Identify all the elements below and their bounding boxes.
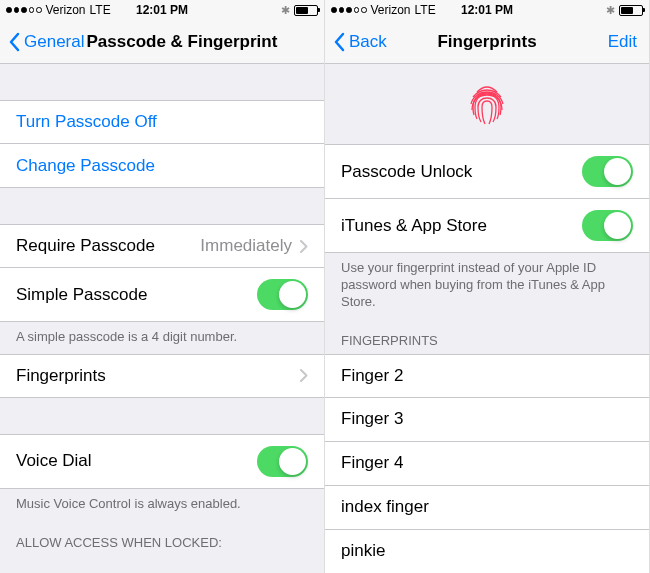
fingerprints-label: Fingerprints bbox=[16, 366, 106, 386]
fingerprint-name: Finger 2 bbox=[341, 366, 403, 386]
chevron-left-icon bbox=[333, 32, 345, 52]
voice-dial-label: Voice Dial bbox=[16, 451, 92, 471]
battery-icon bbox=[294, 5, 318, 16]
carrier-label: Verizon bbox=[46, 3, 86, 17]
nav-title: Passcode & Fingerprint bbox=[86, 32, 277, 52]
chevron-right-icon bbox=[300, 240, 308, 253]
voice-dial-toggle[interactable] bbox=[257, 446, 308, 477]
passcode-settings-screen: Verizon LTE 12:01 PM ✱ General Passcode … bbox=[0, 0, 325, 573]
voice-dial-footer: Music Voice Control is always enabled. bbox=[0, 489, 324, 521]
back-label: General bbox=[24, 32, 84, 52]
fingerprints-screen: Verizon LTE 12:01 PM ✱ Back Fingerprints… bbox=[325, 0, 650, 573]
back-label: Back bbox=[349, 32, 387, 52]
fingerprint-name: index finger bbox=[341, 497, 429, 517]
edit-button[interactable]: Edit bbox=[608, 32, 637, 52]
simple-passcode-label: Simple Passcode bbox=[16, 285, 147, 305]
turn-passcode-off-label: Turn Passcode Off bbox=[16, 112, 157, 132]
signal-strength-icon bbox=[331, 7, 367, 13]
fingerprint-name: Finger 3 bbox=[341, 409, 403, 429]
battery-icon bbox=[619, 5, 643, 16]
itunes-store-toggle[interactable] bbox=[582, 210, 633, 241]
passcode-unlock-cell: Passcode Unlock bbox=[325, 144, 649, 199]
simple-passcode-toggle[interactable] bbox=[257, 279, 308, 310]
bluetooth-icon: ✱ bbox=[281, 4, 290, 17]
fingerprints-cell[interactable]: Fingerprints bbox=[0, 354, 324, 398]
back-button[interactable]: General bbox=[8, 32, 84, 52]
status-bar: Verizon LTE 12:01 PM ✱ bbox=[325, 0, 649, 20]
settings-content: Turn Passcode Off Change Passcode Requir… bbox=[0, 64, 324, 556]
turn-passcode-off-cell[interactable]: Turn Passcode Off bbox=[0, 100, 324, 144]
signal-strength-icon bbox=[6, 7, 42, 13]
chevron-right-icon bbox=[300, 369, 308, 382]
back-button[interactable]: Back bbox=[333, 32, 387, 52]
change-passcode-label: Change Passcode bbox=[16, 156, 155, 176]
nav-bar: General Passcode & Fingerprint bbox=[0, 20, 324, 64]
allow-access-header: ALLOW ACCESS WHEN LOCKED: bbox=[0, 521, 324, 556]
fingerprint-item[interactable]: Finger 2 bbox=[325, 354, 649, 398]
require-passcode-label: Require Passcode bbox=[16, 236, 155, 256]
fingerprint-hero bbox=[325, 64, 649, 144]
require-passcode-cell[interactable]: Require Passcode Immediately bbox=[0, 224, 324, 268]
nav-bar: Back Fingerprints Edit bbox=[325, 20, 649, 64]
clock-label: 12:01 PM bbox=[461, 3, 513, 17]
change-passcode-cell[interactable]: Change Passcode bbox=[0, 144, 324, 188]
itunes-store-cell: iTunes & App Store bbox=[325, 199, 649, 253]
simple-passcode-cell: Simple Passcode bbox=[0, 268, 324, 322]
passcode-unlock-toggle[interactable] bbox=[582, 156, 633, 187]
status-bar: Verizon LTE 12:01 PM ✱ bbox=[0, 0, 324, 20]
fingerprint-item[interactable]: index finger bbox=[325, 486, 649, 530]
fingerprint-item[interactable]: pinkie bbox=[325, 530, 649, 573]
voice-dial-cell: Voice Dial bbox=[0, 434, 324, 489]
fingerprint-icon bbox=[465, 82, 509, 126]
fingerprint-item[interactable]: Finger 4 bbox=[325, 442, 649, 486]
simple-passcode-footer: A simple passcode is a 4 digit number. bbox=[0, 322, 324, 354]
bluetooth-icon: ✱ bbox=[606, 4, 615, 17]
carrier-label: Verizon bbox=[371, 3, 411, 17]
fingerprints-content: Passcode Unlock iTunes & App Store Use y… bbox=[325, 64, 649, 573]
passcode-unlock-label: Passcode Unlock bbox=[341, 162, 472, 182]
fingerprint-item[interactable]: Finger 3 bbox=[325, 398, 649, 442]
require-passcode-value: Immediately bbox=[200, 236, 292, 256]
chevron-left-icon bbox=[8, 32, 20, 52]
network-label: LTE bbox=[415, 3, 436, 17]
itunes-footer: Use your fingerprint instead of your App… bbox=[325, 253, 649, 319]
network-label: LTE bbox=[90, 3, 111, 17]
fingerprints-section-header: FINGERPRINTS bbox=[325, 319, 649, 354]
fingerprint-name: pinkie bbox=[341, 541, 385, 561]
itunes-store-label: iTunes & App Store bbox=[341, 216, 487, 236]
fingerprint-name: Finger 4 bbox=[341, 453, 403, 473]
clock-label: 12:01 PM bbox=[136, 3, 188, 17]
nav-title: Fingerprints bbox=[437, 32, 536, 52]
